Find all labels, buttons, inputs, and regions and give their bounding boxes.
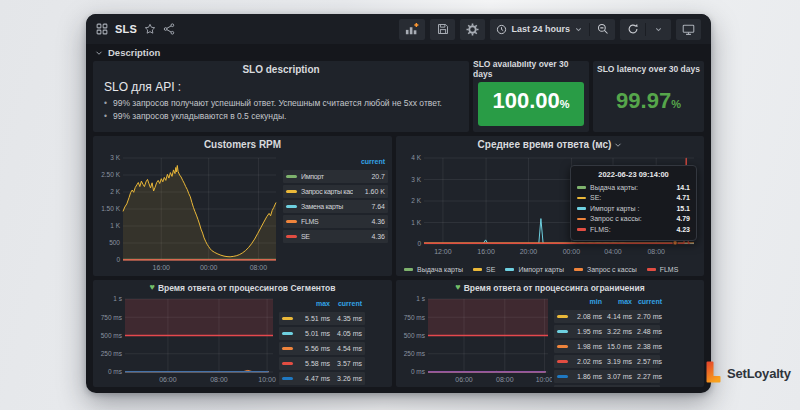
refresh-button[interactable]	[620, 19, 645, 40]
svg-text:1 K: 1 K	[411, 219, 421, 226]
add-panel-button[interactable]	[399, 19, 425, 40]
navbar: SLS Last 24 hours	[86, 14, 711, 44]
svg-text:1 s: 1 s	[113, 295, 122, 302]
star-icon[interactable]	[144, 23, 156, 35]
clock-icon	[496, 24, 507, 35]
legend-header: maxcurrent	[279, 297, 365, 310]
save-icon	[437, 23, 449, 35]
legend-row[interactable]: 5.58 ms3.57 ms	[279, 357, 365, 370]
refresh-controls	[620, 19, 671, 40]
availability-unit: %	[560, 98, 570, 110]
legend-row[interactable]: 4.47 ms3.26 ms	[279, 372, 365, 385]
legend-row[interactable]: FLMS4.36	[283, 215, 388, 228]
legend-row[interactable]: Запрос карты касса1.60 K	[283, 185, 388, 198]
panel-slo-availability: SLO availability over 30 days 100.00%	[473, 61, 589, 132]
svg-text:1 s: 1 s	[416, 295, 425, 302]
time-range-picker[interactable]: Last 24 hours	[490, 19, 589, 40]
panel-slo-latency: SLO latency over 30 days 99.97%	[593, 61, 704, 132]
svg-text:500 ms: 500 ms	[404, 332, 426, 339]
svg-text:0: 0	[116, 256, 120, 263]
svg-text:08:00: 08:00	[647, 248, 665, 255]
panel-title[interactable]: Среднее время ответа (мс)	[396, 136, 704, 153]
zoom-out-button[interactable]	[590, 19, 615, 40]
series-legend-item[interactable]: Запрос с кассы	[574, 266, 637, 273]
series-legend-item[interactable]: FLMS	[647, 266, 679, 273]
limits-chart[interactable]: 06:0008:0010:000 ms250 ms500 ms750 ms1 s	[398, 295, 552, 384]
svg-text:500: 500	[109, 239, 120, 246]
legend-row[interactable]: 1.98 ms15.0 ms2.38 ms	[554, 340, 660, 353]
svg-text:08:00: 08:00	[496, 376, 514, 383]
panel-title-text: Среднее время ответа (мс)	[478, 139, 612, 150]
legend-row[interactable]: 1.90 ms2.89 ms2.20 ms	[554, 385, 660, 387]
segments-chart[interactable]: 06:0008:0010:000 ms250 ms500 ms750 ms1 s	[95, 295, 277, 384]
legend-row[interactable]: 1.95 ms3.22 ms2.48 ms	[554, 325, 660, 338]
legend-row[interactable]: 1.86 ms3.07 ms2.27 ms	[554, 370, 660, 383]
svg-text:0: 0	[417, 240, 421, 247]
legend-row[interactable]: Замена карты7.64	[283, 200, 388, 213]
add-panel-icon	[405, 22, 419, 36]
latency-stat: 99.97%	[598, 82, 699, 126]
svg-text:20:00: 20:00	[520, 248, 538, 255]
svg-text:00:00: 00:00	[200, 264, 218, 271]
health-heart-icon: ♥	[455, 283, 460, 292]
legend-row[interactable]: 5.56 ms4.54 ms	[279, 342, 365, 355]
legend-row[interactable]: Импорт20.7	[283, 170, 388, 183]
svg-text:3 K: 3 K	[411, 176, 421, 183]
legend-row[interactable]: 2.02 ms3.19 ms2.57 ms	[554, 355, 660, 368]
panel-title[interactable]: SLO availability over 30 days	[473, 61, 589, 76]
svg-text:0 ms: 0 ms	[108, 368, 123, 375]
slo-bullet: •99% запросов укладываются в 0.5 секунды…	[104, 110, 458, 123]
legend-row[interactable]: 5.51 ms4.35 ms	[279, 312, 365, 325]
refresh-interval-dropdown[interactable]	[646, 19, 671, 40]
save-dashboard-button[interactable]	[430, 19, 455, 40]
svg-text:2.50 K: 2.50 K	[101, 171, 120, 178]
svg-text:16:00: 16:00	[152, 264, 170, 271]
panel-title[interactable]: SLO description	[93, 61, 469, 78]
row-header-description[interactable]: Description	[86, 44, 711, 61]
kiosk-mode-button[interactable]	[676, 19, 701, 40]
legend-row[interactable]: SE4.36	[283, 230, 388, 243]
customers-rpm-chart[interactable]: 16:0000:0008:0005001 K1.50 K2 K2.50 K3 K	[95, 153, 281, 272]
svg-text:0 ms: 0 ms	[411, 368, 426, 375]
svg-text:750 ms: 750 ms	[404, 314, 426, 321]
svg-text:1.50 K: 1.50 K	[101, 205, 120, 212]
grafana-dashboard: SLS Last 24 hours	[86, 14, 711, 393]
latency-value: 99.97	[616, 82, 671, 120]
legend-row[interactable]: 2.08 ms4.14 ms2.70 ms	[554, 310, 660, 323]
svg-text:2 K: 2 K	[411, 197, 421, 204]
svg-text:06:00: 06:00	[455, 376, 473, 383]
series-legend-item[interactable]: Импорт карты	[505, 266, 564, 273]
share-icon[interactable]	[163, 23, 175, 35]
gear-icon	[466, 23, 479, 36]
chevron-down-icon	[574, 25, 583, 34]
slo-bullet: •99% запросов получают успешный ответ. У…	[104, 97, 458, 110]
tooltip-row: Выдача карты:14.1	[577, 182, 690, 193]
tooltip-row: Импорт карты :15.1	[577, 203, 690, 214]
svg-text:00:00: 00:00	[563, 248, 581, 255]
panel-avg-response-time: Среднее время ответа (мс) 12:0016:0020:0…	[396, 136, 704, 276]
svg-text:08:00: 08:00	[210, 376, 228, 383]
panel-title[interactable]: Customers RPM	[93, 136, 392, 153]
dashboard-settings-button[interactable]	[460, 19, 485, 40]
panel-segments-response-time: ♥ Время ответа от процессингов Сегментов…	[93, 280, 392, 387]
panel-limits-response-time: ♥ Время ответа от процессинга ограничени…	[396, 280, 704, 387]
series-legend-item[interactable]: SE	[473, 266, 495, 273]
panel-title-text: Время ответа от процессинга ограничения	[464, 283, 645, 293]
setloyalty-logo-mark-icon	[706, 361, 721, 383]
panel-title[interactable]: SLO latency over 30 days	[593, 61, 704, 76]
zoom-out-icon	[597, 23, 609, 35]
legend-row[interactable]: 5.01 ms4.05 ms	[279, 327, 365, 340]
panel-title-text: Время ответа от процессингов Сегментов	[158, 283, 336, 293]
setloyalty-logo: SetLoyalty	[706, 361, 791, 383]
panel-title[interactable]: ♥ Время ответа от процессингов Сегментов	[93, 280, 392, 295]
chevron-down-icon	[614, 141, 622, 149]
availability-value: 100.00	[492, 82, 559, 120]
time-controls: Last 24 hours	[490, 19, 615, 40]
svg-text:16:00: 16:00	[477, 248, 495, 255]
legend-header: minmaxcurrent	[554, 295, 660, 308]
chevron-down-icon	[654, 25, 663, 34]
svg-text:500 ms: 500 ms	[101, 332, 123, 339]
panel-title[interactable]: ♥ Время ответа от процессинга ограничени…	[396, 280, 704, 295]
series-legend-item[interactable]: Выдача карты	[404, 266, 463, 273]
tooltip-row: FLMS:4.23	[577, 224, 690, 235]
